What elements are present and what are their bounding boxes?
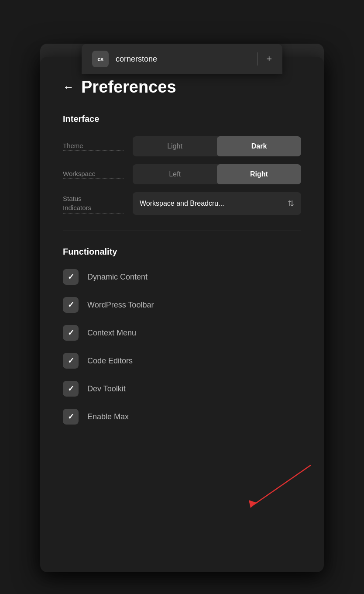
status-indicators-select[interactable]: Workspace and Breadcru... ⇅ — [133, 192, 301, 215]
check-icon: ✓ — [68, 356, 74, 366]
theme-row: Theme Light Dark — [63, 136, 301, 156]
context-menu-checkbox[interactable]: ✓ — [63, 325, 79, 341]
status-indicators-row: Status Indicators Workspace and Breadcru… — [63, 192, 301, 215]
workspace-toggle-group: Left Right — [133, 164, 301, 184]
page-title: Preferences — [81, 78, 176, 97]
svg-line-0 — [254, 465, 311, 504]
workspace-label: Workspace — [63, 170, 124, 179]
arrow-annotation — [219, 461, 315, 513]
interface-section: Interface Theme Light Dark Workspace Lef… — [63, 114, 301, 215]
list-item: ✓ Enable Max — [63, 409, 301, 425]
top-bar: cs cornerstone + — [82, 44, 282, 74]
status-indicators-label: Status Indicators — [63, 194, 124, 214]
app-logo: cs — [92, 51, 109, 67]
functionality-heading: Functionality — [63, 247, 301, 257]
wordpress-toolbar-checkbox[interactable]: ✓ — [63, 297, 79, 313]
code-editors-checkbox[interactable]: ✓ — [63, 353, 79, 369]
list-item: ✓ Context Menu — [63, 325, 301, 341]
top-bar-divider — [257, 52, 258, 66]
dev-toolkit-checkbox[interactable]: ✓ — [63, 381, 79, 397]
dynamic-content-label: Dynamic Content — [87, 273, 148, 282]
chevron-down-icon: ⇅ — [288, 199, 294, 208]
check-icon: ✓ — [68, 384, 74, 394]
enable-max-label: Enable Max — [87, 412, 129, 421]
check-icon: ✓ — [68, 272, 74, 282]
back-button[interactable]: ← — [63, 80, 74, 94]
context-menu-label: Context Menu — [87, 328, 136, 338]
status-indicators-value: Workspace and Breadcru... — [140, 200, 224, 207]
outer-wrapper: cs cornerstone + ← Preferences Interface… — [0, 17, 364, 594]
page-header: ← Preferences — [63, 78, 301, 97]
workspace-right-btn[interactable]: Right — [217, 164, 301, 184]
main-panel: ← Preferences Interface Theme Light Dark… — [40, 57, 324, 572]
workspace-left-btn[interactable]: Left — [133, 164, 217, 184]
theme-toggle-group: Light Dark — [133, 136, 301, 156]
code-editors-label: Code Editors — [87, 356, 133, 366]
check-icon: ✓ — [68, 412, 74, 421]
list-item: ✓ Code Editors — [63, 353, 301, 369]
theme-light-btn[interactable]: Light — [133, 136, 217, 156]
list-item: ✓ WordPress Toolbar — [63, 297, 301, 313]
svg-marker-1 — [249, 500, 257, 508]
section-divider — [63, 231, 301, 231]
app-name: cornerstone — [116, 55, 248, 64]
list-item: ✓ Dynamic Content — [63, 269, 301, 285]
check-icon: ✓ — [68, 328, 74, 338]
wordpress-toolbar-label: WordPress Toolbar — [87, 300, 154, 310]
dynamic-content-checkbox[interactable]: ✓ — [63, 269, 79, 285]
list-item: ✓ Dev Toolkit — [63, 381, 301, 397]
add-button[interactable]: + — [266, 54, 272, 64]
logo-text: cs — [97, 56, 103, 62]
dev-toolkit-label: Dev Toolkit — [87, 384, 126, 394]
enable-max-checkbox[interactable]: ✓ — [63, 409, 79, 425]
theme-label: Theme — [63, 142, 124, 151]
workspace-row: Workspace Left Right — [63, 164, 301, 184]
check-icon: ✓ — [68, 300, 74, 310]
theme-dark-btn[interactable]: Dark — [217, 136, 301, 156]
interface-heading: Interface — [63, 114, 301, 124]
functionality-section: Functionality ✓ Dynamic Content ✓ WordPr… — [63, 247, 301, 425]
